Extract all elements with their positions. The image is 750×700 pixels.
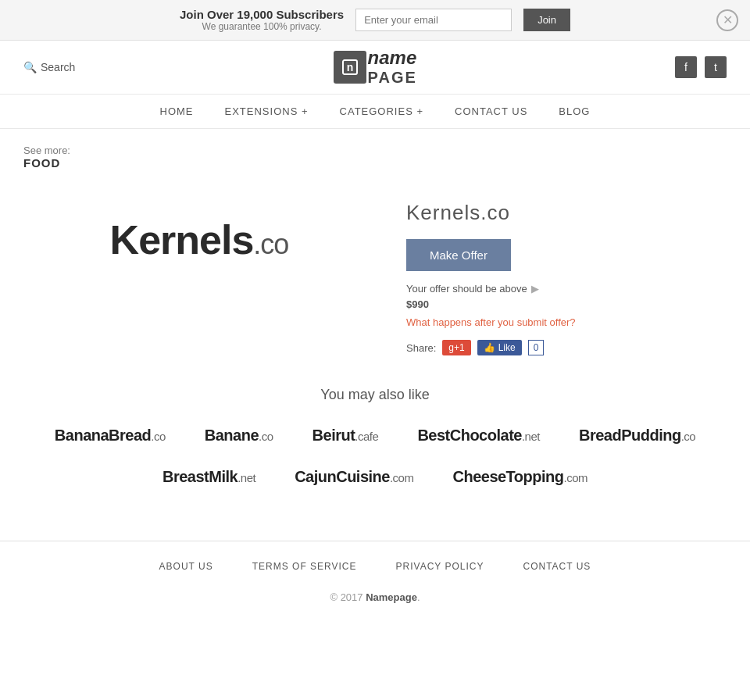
logo-text: namePAGE (368, 48, 417, 86)
search-button[interactable]: 🔍 Search (23, 61, 75, 73)
nav-blog[interactable]: BLOG (559, 105, 590, 117)
domain-grid-item[interactable]: BreastMilk.net (162, 468, 255, 486)
domain-grid-item[interactable]: BreadPudding.co (579, 427, 695, 445)
social-icons: f t (675, 56, 727, 78)
share-label: Share: (406, 342, 436, 354)
logo[interactable]: n namePAGE (334, 48, 417, 86)
domain-name-title: Kernels.co (406, 201, 727, 225)
nav-home[interactable]: HOME (160, 105, 194, 117)
also-like-title: You may also like (23, 387, 727, 403)
nav: HOME EXTENSIONS + CATEGORIES + CONTACT U… (0, 95, 750, 129)
what-happens-link[interactable]: What happens after you submit offer? (406, 316, 727, 328)
domain-logo-text: Kernels.co (110, 216, 289, 263)
banner-sub-text: We guarantee 100% privacy. (180, 21, 344, 32)
domain-grid-item[interactable]: BestChocolate.net (417, 427, 540, 445)
banner-main-text: Join Over 19,000 Subscribers (180, 8, 344, 21)
domain-grid-item[interactable]: Banane.co (205, 427, 273, 445)
main-content: See more: FOOD Kernels.co Kernels.co Mak… (0, 129, 750, 517)
see-more: See more: FOOD (23, 145, 727, 170)
logo-svg: n (341, 59, 359, 76)
domain-grid-item[interactable]: BananaBread.co (55, 427, 166, 445)
close-button[interactable]: ✕ (716, 9, 738, 31)
search-icon: 🔍 (23, 61, 37, 73)
see-more-label: See more: (23, 145, 727, 156)
offer-info: Your offer should be above ▶ (406, 283, 727, 295)
search-label: Search (41, 61, 75, 73)
domain-tld-large: .co (253, 228, 288, 260)
copyright: © 2017 Namepage. (0, 591, 750, 627)
footer-link-about[interactable]: ABOUT US (159, 561, 213, 572)
footer-links: ABOUT USTERMS OF SERVICEPRIVACY POLICYCO… (0, 541, 750, 591)
logo-icon: n (334, 51, 366, 84)
also-like-section: You may also like BananaBread.coBanane.c… (23, 387, 727, 486)
fb-like-label: Like (498, 342, 516, 353)
facebook-like-button[interactable]: 👍 Like (477, 340, 522, 355)
email-input[interactable] (355, 9, 512, 31)
make-offer-button[interactable]: Make Offer (406, 239, 511, 271)
domain-name-large: Kernels (110, 217, 254, 262)
nav-categories[interactable]: CATEGORIES + (340, 105, 423, 117)
domain-grid-item[interactable]: CheeseTopping.com (452, 468, 588, 486)
nav-contact[interactable]: CONTACT US (455, 105, 527, 117)
twitter-icon[interactable]: t (705, 56, 727, 78)
fb-thumb-icon: 👍 (484, 342, 495, 353)
banner-text: Join Over 19,000 Subscribers We guarante… (180, 8, 344, 32)
see-more-category[interactable]: FOOD (23, 156, 727, 170)
domain-info: Kernels.co Make Offer Your offer should … (406, 185, 727, 355)
share-row: Share: g+1 👍 Like 0 (406, 340, 727, 355)
domain-grid: BananaBread.coBanane.coBeirut.cafeBestCh… (23, 427, 727, 486)
footer-link-privacy[interactable]: PRIVACY POLICY (396, 561, 484, 572)
offer-arrow-icon: ▶ (531, 283, 539, 295)
facebook-icon[interactable]: f (675, 56, 697, 78)
nav-extensions[interactable]: EXTENSIONS + (225, 105, 309, 117)
offer-price: $990 (406, 298, 727, 310)
join-button[interactable]: Join (523, 9, 570, 31)
domain-logo-large: Kernels.co (23, 185, 375, 295)
offer-above-text: Your offer should be above (406, 283, 527, 295)
fb-count: 0 (528, 340, 545, 355)
domain-grid-item[interactable]: Beirut.cafe (312, 427, 379, 445)
svg-text:n: n (346, 61, 353, 73)
header: 🔍 Search n namePAGE f t (0, 41, 750, 95)
gplus-button[interactable]: g+1 (442, 340, 470, 355)
domain-grid-item[interactable]: CajunCuisine.com (295, 468, 413, 486)
top-banner: Join Over 19,000 Subscribers We guarante… (0, 0, 750, 41)
footer-link-contact[interactable]: CONTACT US (523, 561, 591, 572)
footer-link-terms[interactable]: TERMS OF SERVICE (252, 561, 357, 572)
domain-section: Kernels.co Kernels.co Make Offer Your of… (23, 185, 727, 355)
